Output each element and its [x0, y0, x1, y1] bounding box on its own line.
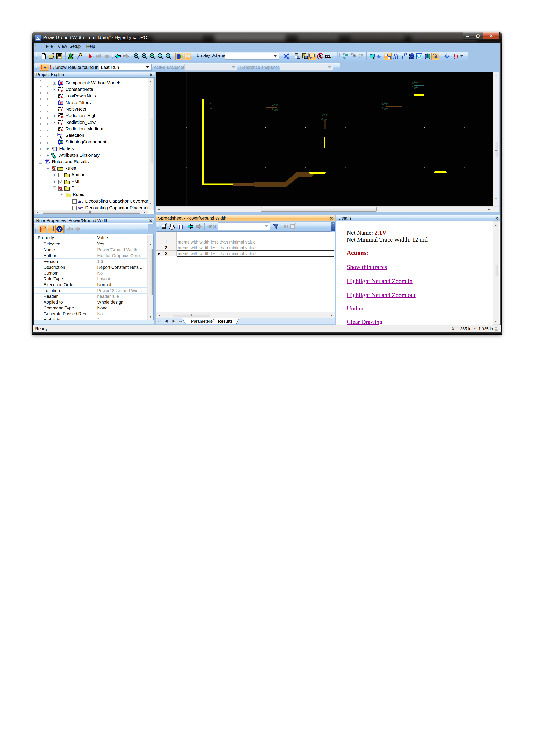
svg-text:?: ?: [58, 227, 61, 232]
svg-text:!!: !!: [48, 64, 51, 70]
svg-text:a: a: [434, 55, 436, 59]
svg-text:Results: Results: [218, 319, 233, 323]
svg-text:!: !: [41, 64, 43, 70]
svg-text:Parameters: Parameters: [191, 319, 212, 323]
